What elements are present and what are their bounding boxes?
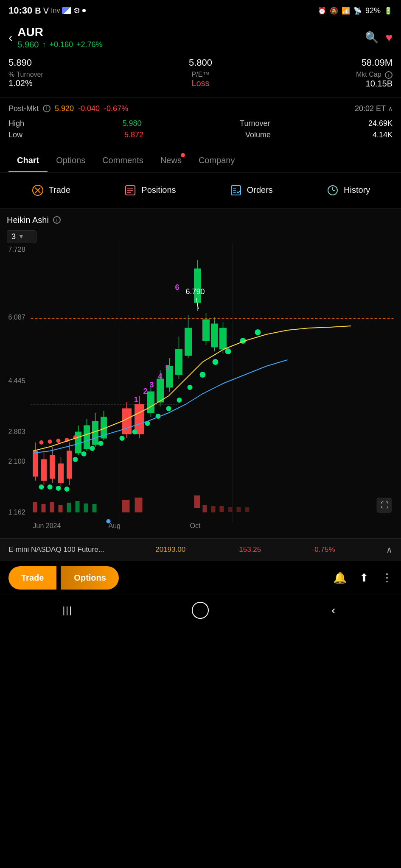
price-label-2803: 2.803 <box>8 428 25 435</box>
more-options-icon[interactable]: ⋮ <box>381 571 393 584</box>
price-label-2100: 2.100 <box>8 458 25 465</box>
bottom-bar: Trade Options 🔔 ⬆ ⋮ <box>0 561 401 595</box>
price-up-arrow: ↑ <box>42 40 46 49</box>
post-market-price: 5.920 <box>55 104 74 113</box>
tab-comments[interactable]: Comments <box>94 149 152 172</box>
indicator-dot-20 <box>255 329 261 335</box>
futures-change: -153.25 <box>237 545 261 554</box>
history-icon <box>326 184 339 197</box>
high-row: High 5.980 Turnover 24.69K <box>8 119 393 128</box>
wave-label-5: 5 <box>165 364 170 372</box>
vol-bar-1 <box>33 502 37 512</box>
x-label-jun: Jun 2024 <box>33 522 61 529</box>
vol-bar-6 <box>76 501 80 512</box>
tab-news[interactable]: News <box>152 149 190 172</box>
post-market-pct: -0.67% <box>104 104 128 113</box>
chart-app-icon <box>62 7 71 14</box>
history-action-button[interactable]: History <box>319 180 377 200</box>
chart-canvas[interactable]: 7.728 6.087 4.445 2.803 2.100 1.162 <box>7 243 394 531</box>
signal-icon: 📡 <box>353 7 362 15</box>
back-button[interactable]: ‹ <box>8 31 12 45</box>
positions-action-label: Positions <box>141 185 176 195</box>
mute-icon: 🔕 <box>330 7 338 15</box>
vol-bar-15 <box>237 507 241 512</box>
status-time: 10:30 <box>8 5 32 16</box>
red-dot-2 <box>48 440 52 444</box>
chart-svg: 7.728 6.087 4.445 2.803 2.100 1.162 <box>7 243 394 531</box>
status-left: 10:30 B V Inv ⚙ <box>8 5 86 16</box>
x-label-aug: Aug <box>109 522 121 529</box>
nav-menu-button[interactable]: ||| <box>57 602 78 619</box>
data-col-mktcap: Mkt Cap i 10.15B <box>264 70 393 89</box>
turnover-label-hl: Turnover <box>240 119 270 128</box>
indicator-dot-18 <box>225 348 231 354</box>
wave-label-6: 6 <box>175 283 179 292</box>
divider-1 <box>0 97 401 97</box>
stock-price: 5.960 <box>17 40 39 50</box>
post-market-expand-icon[interactable]: ∧ <box>388 105 393 112</box>
battery-icon: 🔋 <box>384 7 393 15</box>
mktcap-value: 10.15B <box>264 79 393 89</box>
indicator-dot-2 <box>48 484 53 490</box>
vol-bar-5 <box>67 503 71 512</box>
period-dropdown-icon: ▼ <box>18 233 24 240</box>
price-pct: +2.76% <box>76 40 103 49</box>
indicator-dot-6 <box>81 451 87 456</box>
futures-pct: -0.75% <box>312 545 335 554</box>
vol-bar-16 <box>245 507 250 512</box>
alert-add-icon[interactable]: 🔔 <box>333 571 347 584</box>
trade-icon <box>31 184 45 197</box>
bottom-trade-button[interactable]: Trade <box>8 566 56 590</box>
chart-section: Heikin Ashi i 3 ▼ 7.728 6.087 4.445 2.80… <box>0 209 401 538</box>
post-market-label: Post-Mkt <box>8 104 39 113</box>
indicator-dot-4 <box>64 487 70 492</box>
nav-back-button[interactable]: ‹ <box>323 602 344 619</box>
indicator-dot-10 <box>132 429 137 434</box>
chart-title: Heikin Ashi <box>7 215 49 225</box>
nav-home-button[interactable] <box>192 602 209 619</box>
data-col-turnover: % Turnover 1.02% <box>8 70 137 88</box>
orders-action-label: Orders <box>247 185 273 195</box>
wifi-icon: 📶 <box>342 7 350 15</box>
chart-period-selector[interactable]: 3 ▼ <box>7 230 36 243</box>
post-market-change: -0.040 <box>78 104 100 113</box>
vol-bar-3 <box>50 502 54 512</box>
aug-indicator-dot <box>107 519 111 523</box>
market-data: 5.890 5.800 58.09M % Turnover 1.02% P/E™… <box>0 54 401 94</box>
bottom-options-button[interactable]: Options <box>61 566 119 590</box>
vol-bar-12 <box>211 506 216 512</box>
search-button[interactable]: 🔍 <box>365 31 379 44</box>
price-label-1162: 1.162 <box>8 509 25 516</box>
share-icon[interactable]: ⬆ <box>359 571 369 584</box>
status-app-icons: B V Inv ⚙ <box>35 6 86 16</box>
futures-bar[interactable]: E-mini NASDAQ 100 Future... 20193.00 -15… <box>0 538 401 561</box>
data-col-prev: 5.800 <box>137 57 265 68</box>
futures-expand-icon[interactable]: ∧ <box>386 545 393 555</box>
positions-icon <box>123 184 137 197</box>
indicator-dot-13 <box>166 406 171 411</box>
wave-label-2: 2 <box>143 387 148 395</box>
orders-action-button[interactable]: Orders <box>222 180 280 200</box>
post-market-info-icon[interactable]: i <box>43 105 50 112</box>
volume-value-hl: 4.14K <box>373 131 393 139</box>
low-row: Low 5.872 Volume 4.14K <box>8 131 393 139</box>
indicator-dot-15 <box>188 385 193 390</box>
trade-action-button[interactable]: Trade <box>24 180 78 200</box>
turnover-value: 1.02% <box>8 78 137 88</box>
tab-options[interactable]: Options <box>48 149 94 172</box>
indicator-dot-8 <box>98 441 104 446</box>
data-row-values: 5.890 5.800 58.09M <box>8 57 393 68</box>
tab-company[interactable]: Company <box>190 149 244 172</box>
alarm-icon: ⏰ <box>318 7 326 15</box>
vol-bar-13 <box>220 506 224 512</box>
vol-bar-spike <box>194 495 200 508</box>
indicator-dot-9 <box>120 436 125 441</box>
chart-info-icon[interactable]: i <box>53 216 61 224</box>
tab-chart[interactable]: Chart <box>8 149 48 172</box>
turnover-label: % Turnover <box>8 71 137 78</box>
watchlist-heart-button[interactable]: ♥ <box>385 31 393 45</box>
mktcap-info-icon: i <box>385 71 393 79</box>
price-label-6087: 6.087 <box>8 314 25 321</box>
positions-action-button[interactable]: Positions <box>117 180 182 200</box>
pe-value: Loss <box>137 78 265 88</box>
